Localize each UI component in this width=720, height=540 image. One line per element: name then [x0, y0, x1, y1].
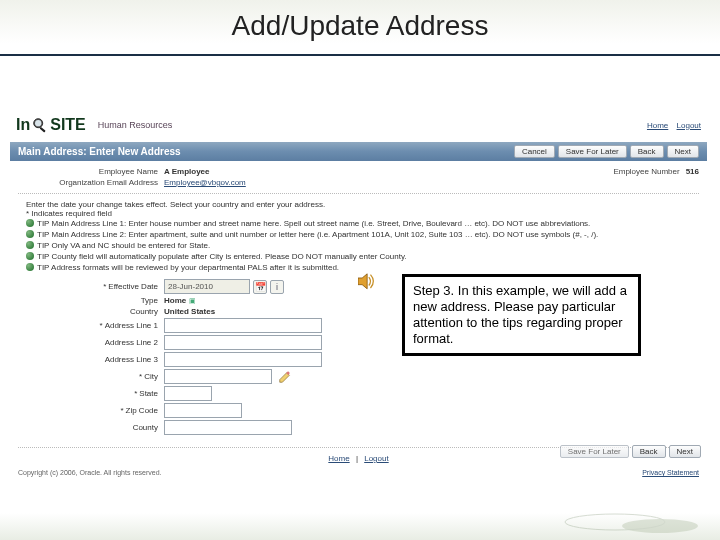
addr1-input[interactable] [164, 318, 322, 333]
date-helper-icon[interactable]: i [270, 280, 284, 294]
save-button[interactable]: Save For Later [558, 145, 627, 158]
type-value: Home [164, 296, 186, 305]
cancel-button[interactable]: Cancel [514, 145, 555, 158]
employee-meta: Employee Name A Employee Employee Number… [10, 161, 707, 191]
slide-decoration [560, 508, 700, 534]
svg-rect-2 [40, 127, 46, 133]
zip-label: Zip Code [126, 406, 158, 415]
emp-name-value: A Employee [164, 167, 210, 176]
footer-home-link[interactable]: Home [328, 454, 349, 463]
state-input[interactable] [164, 386, 212, 401]
county-label: County [18, 423, 164, 432]
intro-text: Enter the date your change takes effect.… [26, 200, 699, 209]
addr3-label: Address Line 3 [18, 355, 164, 364]
emp-no-label: Employee Number [613, 167, 685, 176]
tip-icon [26, 219, 34, 227]
speaker-icon [358, 273, 378, 291]
eff-date-input[interactable] [164, 279, 250, 294]
logo-post: SITE [50, 116, 86, 134]
tip-icon [26, 263, 34, 271]
save-button-lower[interactable]: Save For Later [560, 445, 629, 458]
addr1-label: Address Line 1 [105, 321, 158, 330]
slide-title: Add/Update Address [0, 10, 720, 42]
tip-icon [26, 252, 34, 260]
app-subtitle: Human Resources [98, 120, 173, 130]
tip-icon [26, 241, 34, 249]
section-title: Main Address: Enter New Address [18, 146, 181, 157]
tip-text: TIP Main Address Line 1: Enter house num… [37, 218, 590, 229]
logo-pre: In [16, 116, 30, 134]
instructions: Enter the date your change takes effect.… [10, 196, 707, 275]
edit-icon[interactable] [278, 370, 292, 384]
svg-point-1 [35, 120, 41, 126]
emp-no-value: 516 [686, 167, 699, 176]
eff-date-label: Effective Date [108, 282, 158, 291]
copyright: Copyright (c) 2006, Oracle. All rights r… [18, 469, 162, 476]
back-button-lower[interactable]: Back [632, 445, 666, 458]
magnifier-icon [31, 116, 49, 134]
county-input[interactable] [164, 420, 292, 435]
top-links: Home Logout [641, 121, 701, 130]
addr2-input[interactable] [164, 335, 322, 350]
calendar-icon[interactable]: 📅 [253, 280, 267, 294]
logo-row: In SITE Human Resources Home Logout [10, 108, 707, 142]
link-logout[interactable]: Logout [677, 121, 701, 130]
tip-text: TIP Address formats will be reviewed by … [37, 262, 339, 273]
link-home[interactable]: Home [647, 121, 668, 130]
next-button[interactable]: Next [667, 145, 699, 158]
tip-icon [26, 230, 34, 238]
city-label: City [144, 372, 158, 381]
emp-name-label: Employee Name [18, 167, 164, 176]
privacy-link[interactable]: Privacy Statement [642, 469, 699, 476]
svg-marker-5 [358, 274, 367, 289]
footer-logout-link[interactable]: Logout [364, 454, 388, 463]
app-logo: In SITE [16, 116, 86, 134]
title-rule [0, 54, 720, 56]
country-label: Country [18, 307, 164, 316]
org-email-label: Organization Email Address [18, 178, 164, 187]
addr3-input[interactable] [164, 352, 322, 367]
type-label: Type [18, 296, 164, 305]
tip-text: TIP Only VA and NC should be entered for… [37, 240, 210, 251]
required-note: * Indicates required field [26, 209, 699, 218]
addr2-label: Address Line 2 [18, 338, 164, 347]
tip-text: TIP Main Address Line 2: Enter apartment… [37, 229, 598, 240]
state-label: State [139, 389, 158, 398]
tip-text: TIP County field will automatically popu… [37, 251, 407, 262]
back-button[interactable]: Back [630, 145, 664, 158]
next-button-lower[interactable]: Next [669, 445, 701, 458]
zip-input[interactable] [164, 403, 242, 418]
city-input[interactable] [164, 369, 272, 384]
country-value: United States [164, 307, 215, 316]
type-indicator-icon: ▣ [189, 297, 196, 305]
section-bar: Main Address: Enter New Address Cancel S… [10, 142, 707, 161]
divider [18, 193, 699, 194]
lower-buttons: Save For Later Back Next [560, 445, 701, 458]
step-callout: Step 3. In this example, we will add a n… [402, 274, 641, 356]
org-email-link[interactable]: Employee@vbgov.com [164, 178, 246, 187]
